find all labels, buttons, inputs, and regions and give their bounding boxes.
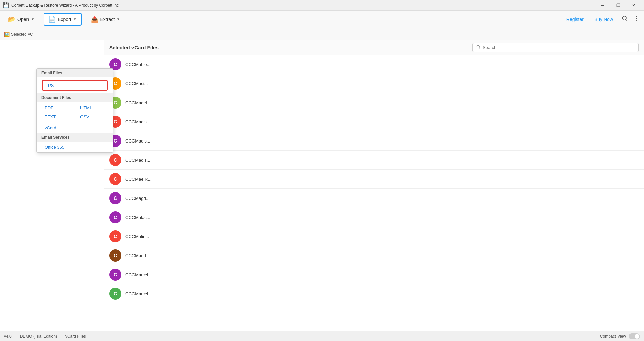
dropdown-menu: Email Files PST Document Files PDF HTML … [36,68,113,153]
svg-point-2 [636,16,637,17]
extract-icon: 📤 [91,16,98,23]
toolbar: 📂 Open ▼ 📄 Export ▼ 📤 Extract ▼ Register… [0,11,644,28]
contact-avatar: C [109,173,121,185]
svg-point-5 [477,45,479,48]
folder-icon: 📂 [8,16,15,23]
contact-item[interactable]: CCCCMaci... [104,74,644,93]
contact-item[interactable]: CCCCMadis... [104,112,644,131]
breadcrumb: 🖼️ Selected vC [4,32,33,37]
restore-button[interactable]: ❐ [610,0,626,11]
contact-name: CCCMae R... [125,177,151,182]
document-files-section-label: Document Files [37,93,113,102]
close-button[interactable]: ✕ [626,0,641,11]
search-input[interactable] [483,45,635,50]
pst-menu-item[interactable]: PST [42,80,108,91]
breadcrumb-bar: 🖼️ Selected vC [0,28,644,40]
app-icon: 💾 [3,2,9,8]
minimize-button[interactable]: ─ [595,0,610,11]
contact-item[interactable]: CCCCMagd... [104,189,644,208]
contact-avatar: C [109,192,121,204]
contact-avatar: C [109,230,121,242]
open-button[interactable]: 📂 Open ▼ [4,14,38,25]
svg-point-3 [636,18,637,19]
contact-name: CCCMalac... [125,215,150,220]
extract-label: Extract [100,17,115,22]
contact-name: CCCMadis... [125,158,150,163]
status-divider-2 [61,334,61,339]
breadcrumb-text: Selected vC [11,32,33,37]
office365-menu-item[interactable]: Office 365 [37,142,113,152]
toolbar-right: Register Buy Now [564,15,640,23]
contact-name: CCCMaci... [125,81,148,86]
search-toolbar-icon[interactable] [621,15,628,23]
open-label: Open [17,17,29,22]
document-files-grid: PDF HTML TEXT CSV [37,102,113,123]
app-title: Corbett Backup & Restore Wizard - A Prod… [11,3,119,8]
contact-item[interactable]: CCCCMarcel... [104,265,644,284]
svg-line-6 [479,48,480,49]
contact-avatar: C [109,269,121,281]
buynow-button[interactable]: Buy Now [592,15,616,23]
email-files-section-label: Email Files [37,69,113,77]
contact-name: CCCMand... [125,253,150,258]
html-menu-item[interactable]: HTML [75,103,110,112]
contact-name: CCCMadel... [125,100,150,105]
status-bar: v4.0 DEMO (Trial Edition) vCard Files Co… [0,331,644,341]
register-button[interactable]: Register [564,15,586,23]
dropdown-overlay: Email Files PST Document Files PDF HTML … [36,68,113,153]
toggle-knob [635,334,639,339]
status-divider-1 [16,334,16,339]
export-icon: 📄 [48,16,56,23]
export-button[interactable]: 📄 Export ▼ [44,13,81,26]
text-menu-item[interactable]: TEXT [39,112,75,121]
title-bar-left: 💾 Corbett Backup & Restore Wizard - A Pr… [3,2,119,8]
compact-toggle: Compact View [600,333,640,339]
contact-avatar: C [109,249,121,262]
contact-item[interactable]: CCCCMable... [104,55,644,74]
contact-name: CCCMarcel... [125,291,152,296]
contact-avatar: C [109,211,121,223]
filetype-label: vCard Files [65,334,86,339]
contact-name: CCCMagd... [125,196,150,201]
contact-item[interactable]: CCCCMadis... [104,131,644,151]
search-box [472,43,639,52]
contact-item[interactable]: CCCCMalac... [104,208,644,227]
csv-menu-item[interactable]: CSV [75,112,110,121]
contact-list: CCCCMable...CCCCMaci...CCCCMadel...CCCCM… [104,55,644,331]
contact-name: CCCMadis... [125,119,150,124]
breadcrumb-icon: 🖼️ [4,32,10,37]
contact-item[interactable]: CCCCMadis... [104,151,644,170]
compact-view-label: Compact View [600,334,626,339]
version-label: v4.0 [4,334,12,339]
extract-chevron-icon: ▼ [117,17,120,21]
contact-name: CCCMadis... [125,138,150,144]
extract-button[interactable]: 📤 Extract ▼ [87,14,124,25]
compact-view-toggle[interactable] [629,333,640,339]
contact-item[interactable]: CCCCMalin... [104,227,644,246]
search-box-icon [476,45,481,50]
contact-name: CCCMarcel... [125,272,152,277]
toolbar-left: 📂 Open ▼ 📄 Export ▼ 📤 Extract ▼ [4,13,124,26]
contact-name: CCCMalin... [125,234,149,239]
title-bar: 💾 Corbett Backup & Restore Wizard - A Pr… [0,0,644,11]
export-chevron-icon: ▼ [73,17,77,21]
right-panel-header: Selected vCard Files [104,40,644,55]
contact-item[interactable]: CCCCMarcel... [104,284,644,303]
vcard-menu-item[interactable]: vCard [37,123,113,133]
contact-item[interactable]: CCCCMadel... [104,93,644,112]
svg-line-1 [626,20,627,21]
svg-point-4 [636,20,637,21]
contact-item[interactable]: CCCCMand... [104,246,644,265]
contact-avatar: C [109,288,121,300]
contact-item[interactable]: CCCCMae R... [104,170,644,189]
open-chevron-icon: ▼ [31,17,34,21]
svg-point-0 [622,16,626,20]
edition-label: DEMO (Trial Edition) [20,334,57,339]
right-panel: Selected vCard Files CCCCMable...CCCCMac… [104,40,644,331]
pdf-menu-item[interactable]: PDF [39,103,75,112]
main-content: Selected vCard Files CCCCMable...CCCCMac… [0,40,644,331]
more-options-button[interactable] [633,15,640,23]
contact-avatar: C [109,154,121,166]
title-bar-controls: ─ ❐ ✕ [595,0,641,11]
vcard-files-title: Selected vCard Files [109,45,159,50]
